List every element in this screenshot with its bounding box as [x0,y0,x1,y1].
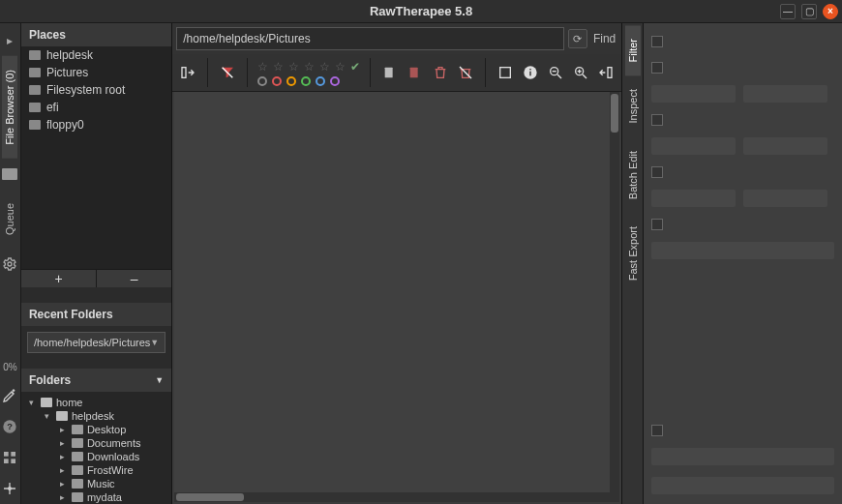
filter-checkbox[interactable] [651,62,663,74]
svg-line-18 [557,74,561,78]
path-input[interactable] [176,27,564,50]
expander-icon[interactable]: ▾ [43,411,52,421]
tree-row[interactable]: ▸mydata [25,490,167,504]
filter-placeholder [651,448,834,465]
tree-row[interactable]: ▸FrostWire [25,463,167,477]
thumbnail-options-button[interactable] [496,64,515,81]
label-yellow-icon[interactable] [286,76,296,86]
place-item[interactable]: helpdesk [21,46,171,64]
place-item[interactable]: Pictures [21,64,171,81]
folder-icon[interactable] [0,164,19,184]
tab-queue[interactable]: Queue [2,190,17,249]
thumbnail-area[interactable] [174,92,619,502]
close-button[interactable]: × [823,4,838,19]
star-4-icon[interactable]: ☆ [319,60,330,74]
recent-combo[interactable]: /home/helpdesk/Pictures ▼ [27,332,165,353]
refresh-button[interactable]: ⟳ [568,29,587,48]
place-item[interactable]: Filesystem root [21,81,171,99]
minimize-button[interactable]: — [780,4,796,19]
tree-label: home [56,397,83,408]
place-item[interactable]: efi [21,99,171,116]
tree-row[interactable]: ▾home [25,396,167,409]
places-add-button[interactable]: + [21,270,97,287]
clear-filter-button[interactable] [218,64,237,81]
places-header: Places [21,23,171,46]
places-remove-button[interactable]: – [97,270,171,287]
not-trash-button[interactable] [456,64,475,81]
expander-icon[interactable]: ▸ [58,452,68,461]
tab-inspect[interactable]: Inspect [625,75,641,136]
svg-rect-10 [385,68,393,78]
filter-checkbox[interactable] [651,36,663,47]
trash-button[interactable] [431,64,450,81]
tree-row[interactable]: ▾helpdesk [25,409,167,423]
filter-placeholder [743,85,827,103]
expander-icon[interactable]: ▸ [58,479,68,489]
zoom-out-button[interactable] [546,64,565,81]
star-5-icon[interactable]: ☆ [335,60,346,74]
star-0-icon[interactable]: ☆ [257,60,268,74]
tree-row[interactable]: ▸Documents [25,436,167,450]
zoom-in-button[interactable] [571,64,590,81]
svg-rect-6 [12,459,16,463]
expander-icon[interactable]: ▸ [58,425,68,434]
panel-right-toggle[interactable] [596,64,616,81]
label-blue-icon[interactable] [316,76,325,86]
info-button[interactable] [521,64,540,81]
place-item[interactable]: floppy0 [21,116,171,133]
unedited-filter-button[interactable] [380,64,400,81]
label-none-icon[interactable] [257,76,267,86]
expander-icon[interactable]: ▸ [58,438,68,448]
panel-toggle-icon[interactable]: ▸ [0,31,19,50]
tab-fast-export[interactable]: Fast Export [625,213,641,294]
svg-rect-13 [500,68,511,78]
star-2-icon[interactable]: ☆ [288,60,299,74]
folder-icon [29,50,41,60]
filter-checkbox[interactable] [651,219,663,230]
maximize-button[interactable]: ▢ [801,4,817,19]
tab-file-browser[interactable]: File Browser (0) [2,56,17,159]
folder-icon [29,68,41,77]
expander-icon[interactable]: ▸ [58,465,68,475]
fullscreen-icon[interactable] [0,479,19,498]
svg-rect-15 [530,72,531,76]
tree-row[interactable]: ▸Downloads [25,450,167,463]
left-panel: Places helpdesk Pictures Filesystem root… [21,23,172,504]
star-3-icon[interactable]: ☆ [304,60,315,74]
svg-line-21 [583,74,586,78]
tree-label: FrostWire [87,464,134,476]
label-purple-icon[interactable] [330,76,340,86]
star-1-icon[interactable]: ☆ [273,60,284,74]
label-red-icon[interactable] [272,76,282,86]
tab-filter[interactable]: Filter [625,25,641,75]
color-mgmt-icon[interactable] [0,448,19,467]
filter-checkbox[interactable] [651,425,663,436]
filter-placeholder [651,137,736,155]
label-green-icon[interactable] [301,76,311,86]
svg-text:?: ? [8,422,14,431]
drive-icon [29,120,41,130]
tree-row[interactable]: ▸Music [25,477,167,490]
recent-header: Recent Folders [21,303,171,326]
expander-icon[interactable]: ▸ [58,492,68,502]
vertical-scrollbar[interactable] [610,92,619,502]
horizontal-scrollbar[interactable] [174,492,610,502]
edited-filter-icon[interactable]: ✔ [350,60,360,74]
tree-label: Music [87,478,115,489]
chevron-down-icon[interactable]: ▼ [155,375,164,385]
place-label: efi [46,101,59,114]
right-tab-strip: Filter Inspect Batch Edit Fast Export [622,23,644,504]
editor-add-icon[interactable] [0,386,19,405]
filter-checkbox[interactable] [651,114,663,126]
panel-left-toggle[interactable] [178,64,197,81]
expander-icon[interactable]: ▾ [27,398,37,407]
saved-filter-button[interactable] [406,64,425,81]
tree-row[interactable]: ▸Desktop [25,423,167,436]
tree-label: Desktop [87,424,126,435]
tab-batch-edit[interactable]: Batch Edit [625,137,641,213]
settings-icon[interactable] [0,254,19,274]
right-panel [644,23,842,504]
chevron-down-icon: ▼ [150,338,159,347]
filter-checkbox[interactable] [651,166,663,178]
help-icon[interactable]: ? [0,417,19,436]
